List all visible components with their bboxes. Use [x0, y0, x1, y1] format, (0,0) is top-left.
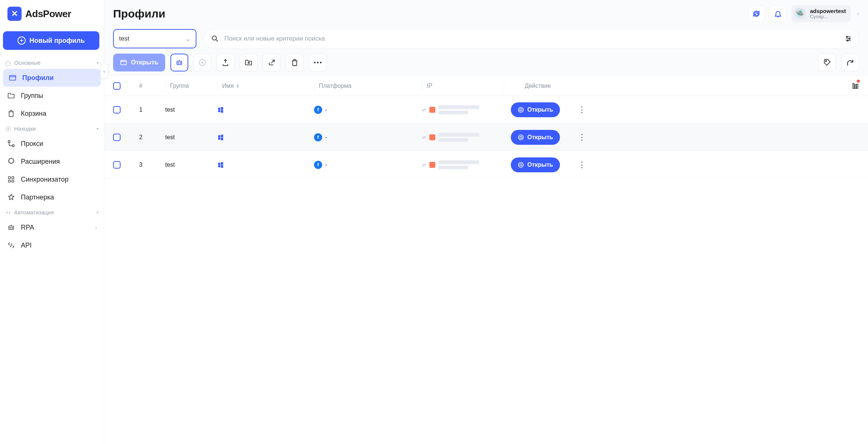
puzzle-icon [7, 157, 16, 166]
svg-point-30 [519, 162, 524, 167]
row-more-button[interactable]: ⋮ [567, 160, 597, 170]
row-index: 2 [139, 134, 165, 141]
sidebar-item-trash[interactable]: Корзина [0, 105, 104, 122]
sidebar-item-api[interactable]: API [0, 236, 104, 254]
chevron-down-icon: ▾ [96, 126, 99, 131]
sidebar-item-label: Профили [22, 74, 54, 82]
sidebar-item-label: Синхронизатор [21, 176, 68, 183]
column-index[interactable]: # [139, 81, 165, 91]
toolbar-close-button[interactable] [193, 54, 211, 71]
sidebar-item-label: API [21, 242, 32, 249]
svg-point-10 [846, 36, 848, 37]
chevron-right-icon[interactable]: › [857, 10, 859, 17]
sidebar-item-profiles[interactable]: Профили [3, 69, 101, 87]
table-row: 3 test f- ⇄ Открыть ⋮ [104, 151, 868, 179]
star-icon [7, 193, 16, 202]
sidebar-item-label: Расширения [21, 158, 60, 166]
sync-button[interactable] [748, 6, 765, 22]
new-profile-button[interactable]: + Новый профиль [3, 31, 99, 50]
group-select-value: test [119, 35, 129, 42]
swap-icon: ⇄ [422, 107, 426, 113]
row-group: test [165, 162, 217, 168]
svg-point-19 [314, 62, 316, 63]
user-menu[interactable]: 🛸 adspowertest Супер... [791, 5, 851, 22]
facebook-icon: f [314, 161, 322, 169]
toolbar-rpa-button[interactable] [170, 54, 188, 71]
svg-point-29 [520, 136, 522, 138]
row-checkbox[interactable] [113, 106, 121, 114]
notifications-button[interactable] [770, 6, 786, 22]
logo[interactable]: ✕ AdsPower [0, 0, 104, 25]
chevron-right-icon: › [95, 224, 97, 231]
trash-icon [7, 109, 16, 118]
toolbar: Открыть [104, 54, 868, 76]
row-more-button[interactable]: ⋮ [567, 105, 597, 115]
svg-rect-25 [856, 84, 858, 89]
row-group: test [165, 106, 217, 113]
svg-point-8 [12, 227, 13, 228]
folder-icon [7, 91, 16, 100]
row-open-button[interactable]: Открыть [511, 157, 560, 172]
flag-icon [429, 107, 435, 113]
logo-mark-icon: ✕ [7, 7, 22, 21]
sidebar-item-groups[interactable]: Группы [0, 87, 104, 105]
sidebar-item-sync[interactable]: Синхронизатор [0, 170, 104, 188]
facebook-icon: f [314, 106, 322, 114]
column-group[interactable]: Группа [165, 81, 217, 91]
row-checkbox[interactable] [113, 161, 121, 169]
row-index: 1 [139, 106, 165, 113]
select-all-checkbox[interactable] [113, 82, 121, 90]
filter-settings-icon[interactable] [845, 35, 852, 42]
flag-icon [429, 162, 435, 168]
chevron-down-icon: ▾ [96, 60, 99, 66]
row-group: test [165, 134, 217, 141]
column-name[interactable]: Имя ▲▼ [217, 81, 314, 91]
chevron-down-icon: ⌄ [185, 35, 190, 43]
search-input[interactable] [224, 35, 839, 42]
home-icon [5, 60, 11, 66]
toolbar-delete-button[interactable] [286, 54, 304, 71]
toolbar-open-button[interactable]: Открыть [113, 54, 165, 71]
row-open-button[interactable]: Открыть [511, 102, 560, 117]
search-field-wrap [204, 29, 859, 48]
ip-cell[interactable]: ⇄ [422, 105, 504, 114]
column-config-icon[interactable] [852, 82, 859, 90]
row-open-button[interactable]: Открыть [511, 130, 560, 145]
svg-point-31 [520, 164, 522, 166]
toolbar-more-button[interactable] [309, 54, 327, 71]
table-row: 2 test f- ⇄ Открыть ⋮ [104, 124, 868, 151]
row-checkbox[interactable] [113, 134, 121, 141]
section-header-main[interactable]: Основные ▾ [0, 57, 104, 69]
svg-rect-4 [9, 180, 11, 182]
svg-point-14 [122, 61, 122, 61]
section-header-finds[interactable]: Находки ▾ [0, 122, 104, 135]
sidebar-item-affiliate[interactable]: Партнерка [0, 188, 104, 206]
column-platform[interactable]: Платформа [314, 81, 422, 91]
swap-icon: ⇄ [422, 134, 426, 140]
windows-icon [217, 106, 314, 113]
filter-row: test ⌄ [104, 26, 868, 54]
toolbar-tags-button[interactable] [818, 54, 836, 71]
svg-rect-2 [9, 177, 11, 179]
toolbar-refresh-button[interactable] [841, 54, 859, 71]
ip-cell[interactable]: ⇄ [422, 160, 504, 169]
toolbar-export-button[interactable] [217, 54, 234, 71]
search-icon [211, 35, 219, 43]
platform-text: - [325, 162, 327, 168]
svg-point-12 [847, 40, 848, 41]
row-more-button[interactable]: ⋮ [567, 132, 597, 142]
toolbar-move-button[interactable] [240, 54, 257, 71]
profiles-icon [8, 73, 17, 82]
svg-rect-24 [855, 84, 856, 88]
column-ip[interactable]: IP [422, 81, 504, 91]
group-select[interactable]: test ⌄ [113, 29, 196, 48]
sidebar-item-rpa[interactable]: RPA › [0, 218, 104, 236]
toolbar-share-button[interactable] [263, 54, 281, 71]
sidebar-item-proxy[interactable]: Прокси [0, 135, 104, 153]
section-header-automation[interactable]: Автоматизация ▾ [0, 206, 104, 218]
sidebar: ✕ AdsPower + Новый профиль Основные ▾ Пр… [0, 0, 104, 444]
ip-cell[interactable]: ⇄ [422, 133, 504, 142]
sidebar-item-extensions[interactable]: Расширения [0, 153, 104, 170]
svg-point-21 [320, 62, 321, 63]
sort-icon: ▲▼ [236, 84, 240, 88]
